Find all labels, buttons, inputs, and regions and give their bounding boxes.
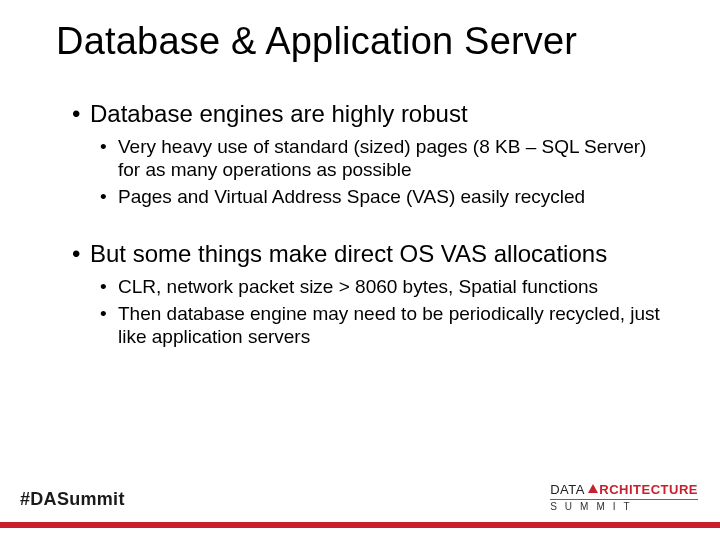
bullet-level1: But some things make direct OS VAS alloc… [72,240,660,268]
footer-accent-bar [0,522,720,528]
logo-word-data: DATA [550,482,588,497]
slide: Database & Application Server Database e… [0,0,720,540]
logo-word-architecture: RCHITECTURE [599,482,698,497]
logo-divider [550,499,698,500]
logo-top-line: DATA RCHITECTURE [550,483,698,496]
footer-hashtag: #DASummit [20,489,125,510]
slide-body: Database engines are highly robust Very … [72,100,660,353]
bullet-level2: Then database engine may need to be peri… [100,303,660,349]
slide-title: Database & Application Server [56,20,680,63]
triangle-icon [588,484,598,493]
spacer [72,212,660,240]
bullet-level2: Very heavy use of standard (sized) pages… [100,136,660,182]
bullet-level2: Pages and Virtual Address Space (VAS) ea… [100,186,660,209]
bullet-level2: CLR, network packet size > 8060 bytes, S… [100,276,660,299]
bullet-level1: Database engines are highly robust [72,100,660,128]
logo-word-summit: SUMMIT [550,502,698,512]
footer-logo: DATA RCHITECTURE SUMMIT [550,483,698,512]
